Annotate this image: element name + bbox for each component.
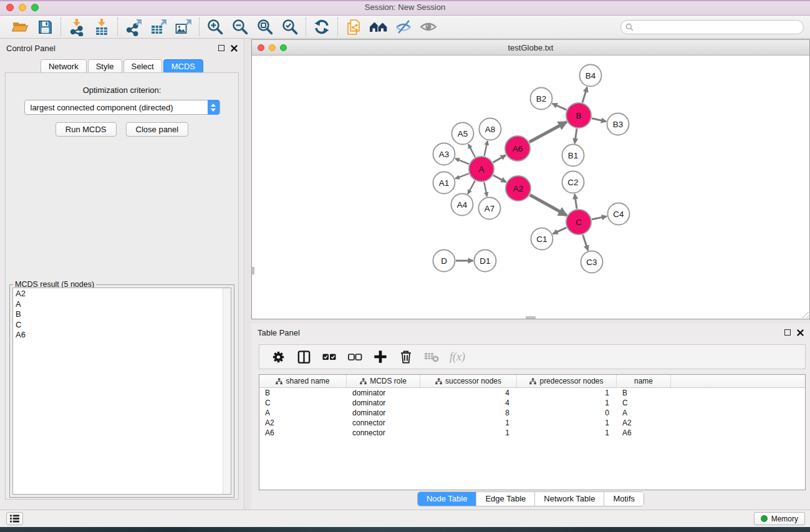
table-cell[interactable]: A2 bbox=[259, 418, 347, 428]
table-cell[interactable]: dominator bbox=[347, 398, 420, 408]
table-cell[interactable]: C bbox=[259, 398, 347, 408]
graph-node-C2[interactable]: C2 bbox=[562, 172, 584, 193]
graph-edge-A-A3[interactable] bbox=[455, 158, 469, 164]
column-header-predecessor-nodes[interactable]: predecessor nodes bbox=[517, 375, 617, 387]
graph-edge-B-B2[interactable] bbox=[552, 104, 567, 110]
graph-node-B3[interactable]: B3 bbox=[607, 114, 629, 135]
network-graph[interactable]: AA6A2BCA1A3A4A5A7A8B1B2B3B4C1C2C3C4DD1 bbox=[252, 56, 809, 319]
zoom-in-icon[interactable] bbox=[203, 17, 228, 37]
import-table-icon[interactable] bbox=[89, 17, 114, 37]
export-table-icon[interactable] bbox=[146, 17, 171, 37]
tab-edge-table[interactable]: Edge Table bbox=[476, 492, 535, 506]
table-cell[interactable]: 1 bbox=[420, 418, 517, 428]
graph-edge-C-C4[interactable] bbox=[592, 216, 607, 220]
table-cell[interactable]: connector bbox=[347, 428, 420, 438]
graph-node-A[interactable]: A bbox=[469, 157, 494, 181]
table-cell[interactable]: 1 bbox=[517, 418, 617, 428]
graph-edge-A-A7[interactable] bbox=[484, 182, 487, 196]
graph-node-C3[interactable]: C3 bbox=[581, 251, 603, 273]
new-network-from-selection-icon[interactable] bbox=[341, 17, 366, 37]
column-header-MCDS-role[interactable]: MCDS role bbox=[347, 375, 420, 387]
graph-node-A2[interactable]: A2 bbox=[506, 176, 531, 201]
table-cell[interactable]: 0 bbox=[517, 408, 617, 418]
tab-select[interactable]: Select bbox=[123, 59, 162, 74]
zoom-out-icon[interactable] bbox=[228, 17, 253, 37]
search-field[interactable] bbox=[620, 20, 804, 34]
column-header-successor-nodes[interactable]: successor nodes bbox=[420, 375, 517, 387]
graph-edge-C-C3[interactable] bbox=[583, 235, 588, 250]
table-row[interactable]: A6connector11A6 bbox=[259, 428, 805, 438]
graph-node-A7[interactable]: A7 bbox=[479, 198, 501, 220]
graph-node-C[interactable]: C bbox=[566, 210, 591, 235]
horizontal-scrollbar-thumb[interactable] bbox=[526, 316, 536, 319]
table-cell[interactable]: A6 bbox=[259, 428, 347, 438]
graph-node-A8[interactable]: A8 bbox=[480, 118, 501, 140]
table-row[interactable]: A2connector11A2 bbox=[259, 418, 805, 428]
graph-edge-A6-B[interactable] bbox=[529, 122, 567, 142]
table-cell[interactable]: 1 bbox=[517, 428, 617, 438]
graph-node-C1[interactable]: C1 bbox=[531, 228, 553, 250]
column-header-name[interactable]: name bbox=[617, 375, 671, 387]
mcds-result-item[interactable]: A6 bbox=[13, 330, 222, 341]
table-cell[interactable]: B bbox=[617, 388, 671, 398]
table-cell[interactable]: dominator bbox=[347, 408, 420, 418]
graph-node-A1[interactable]: A1 bbox=[433, 172, 455, 194]
table-cell[interactable]: A6 bbox=[617, 428, 671, 438]
table-cell[interactable]: 8 bbox=[420, 408, 517, 418]
delete-table-icon[interactable] bbox=[423, 348, 440, 365]
float-table-panel-icon[interactable] bbox=[784, 329, 791, 336]
table-row[interactable]: Adominator80A bbox=[259, 408, 805, 418]
table-row[interactable]: Bdominator41B bbox=[259, 388, 805, 398]
memory-button[interactable]: Memory bbox=[754, 512, 805, 525]
column-header-shared-name[interactable]: shared name bbox=[259, 375, 347, 387]
search-input[interactable] bbox=[636, 22, 803, 33]
select-all-icon[interactable] bbox=[321, 348, 338, 365]
graph-edge-A2-C[interactable] bbox=[530, 195, 567, 216]
hide-graphics-details-icon[interactable] bbox=[391, 17, 416, 37]
vertical-scrollbar-thumb[interactable] bbox=[252, 267, 254, 274]
close-panel-icon[interactable] bbox=[231, 45, 238, 52]
mcds-result-item[interactable]: A2 bbox=[13, 289, 222, 299]
criterion-dropdown[interactable]: largest connected component (directed) bbox=[24, 100, 220, 115]
network-canvas[interactable]: AA6A2BCA1A3A4A5A7A8B1B2B3B4C1C2C3C4DD1 bbox=[252, 56, 809, 319]
delete-column-trash-icon[interactable] bbox=[397, 348, 415, 365]
table-cell[interactable]: 1 bbox=[420, 428, 517, 438]
export-image-icon[interactable] bbox=[171, 17, 196, 37]
close-panel-button[interactable]: Close panel bbox=[126, 122, 189, 137]
close-table-panel-icon[interactable] bbox=[797, 329, 804, 336]
open-session-icon[interactable] bbox=[7, 17, 32, 37]
run-mcds-button[interactable]: Run MCDS bbox=[55, 122, 117, 137]
table-cell[interactable]: A2 bbox=[617, 418, 671, 428]
tab-mcds[interactable]: MCDS bbox=[163, 59, 203, 74]
mcds-result-item[interactable]: B bbox=[13, 309, 222, 320]
cybrowser-home-icon[interactable] bbox=[366, 17, 391, 37]
graph-edge-A-A4[interactable] bbox=[468, 181, 475, 194]
graph-edge-B-B1[interactable] bbox=[575, 128, 577, 143]
table-cell[interactable]: A bbox=[259, 408, 347, 418]
import-network-icon[interactable] bbox=[64, 17, 89, 37]
graph-edge-A-A8[interactable] bbox=[485, 141, 488, 156]
export-network-icon[interactable] bbox=[121, 17, 146, 37]
tab-motifs[interactable]: Motifs bbox=[604, 492, 644, 506]
table-cell[interactable]: 4 bbox=[420, 398, 517, 408]
graph-node-A4[interactable]: A4 bbox=[451, 194, 473, 216]
graph-edge-A-A2[interactable] bbox=[493, 175, 506, 182]
graph-edge-B-B4[interactable] bbox=[582, 87, 587, 103]
graph-node-A6[interactable]: A6 bbox=[505, 136, 530, 161]
zoom-fit-icon[interactable] bbox=[253, 17, 277, 37]
show-details-eye-icon[interactable] bbox=[416, 17, 441, 37]
graph-node-D[interactable]: D bbox=[433, 250, 455, 272]
graph-edge-A-A6[interactable] bbox=[493, 155, 506, 163]
tab-network[interactable]: Network bbox=[41, 59, 87, 74]
graph-edge-B-B3[interactable] bbox=[592, 118, 606, 122]
tab-node-table[interactable]: Node Table bbox=[418, 492, 477, 506]
graph-edge-C-C2[interactable] bbox=[575, 194, 577, 208]
graph-node-B1[interactable]: B1 bbox=[562, 145, 584, 167]
table-cell[interactable]: connector bbox=[347, 418, 420, 428]
deselect-all-icon[interactable] bbox=[346, 348, 364, 365]
table-cell[interactable]: 4 bbox=[420, 388, 517, 398]
float-panel-icon[interactable] bbox=[218, 45, 224, 51]
task-history-list-icon[interactable] bbox=[6, 512, 23, 525]
graph-node-C4[interactable]: C4 bbox=[608, 203, 630, 225]
zoom-selected-icon[interactable] bbox=[277, 17, 302, 37]
